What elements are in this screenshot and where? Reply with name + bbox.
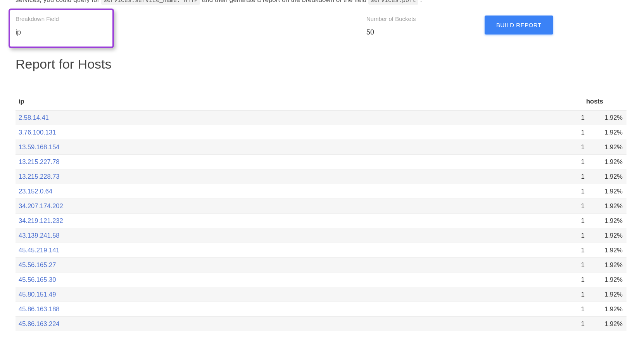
ip-link[interactable]: 45.86.163.224 (19, 320, 60, 327)
host-percent: 1.92% (588, 243, 626, 258)
ip-cell: 13.215.227.78 (16, 155, 564, 169)
host-count: 1 (564, 287, 588, 302)
breakdown-field-group: Breakdown Field (16, 16, 339, 39)
intro-text: services, you could query for services.s… (16, 0, 626, 4)
table-row: 43.139.241.5811.92% (16, 228, 626, 243)
buckets-field-group: Number of Buckets (366, 16, 438, 39)
host-percent: 1.92% (588, 110, 626, 125)
ip-cell: 45.86.163.224 (16, 317, 564, 331)
host-count: 1 (564, 273, 588, 287)
host-count: 1 (564, 140, 588, 155)
ip-cell: 34.207.174.202 (16, 199, 564, 214)
host-percent: 1.92% (588, 258, 626, 273)
host-count: 1 (564, 228, 588, 243)
ip-link[interactable]: 34.207.174.202 (19, 202, 63, 209)
ip-link[interactable]: 13.215.228.73 (19, 173, 60, 180)
ip-cell: 45.45.219.141 (16, 243, 564, 258)
ip-cell: 23.152.0.64 (16, 184, 564, 199)
table-row: 45.86.163.18811.92% (16, 302, 626, 317)
host-count: 1 (564, 155, 588, 169)
buckets-field-label: Number of Buckets (366, 16, 438, 22)
host-count: 1 (564, 199, 588, 214)
intro-mid: and then generate a report on the breakd… (202, 0, 368, 3)
host-percent: 1.92% (588, 155, 626, 169)
table-row: 34.219.121.23211.92% (16, 214, 626, 228)
ip-cell: 3.76.100.131 (16, 125, 564, 140)
ip-link[interactable]: 45.56.165.27 (19, 261, 56, 268)
ip-cell: 2.58.14.41 (16, 110, 564, 125)
table-row: 2.58.14.4111.92% (16, 110, 626, 125)
intro-code-1: services.service_name: HTTP (101, 0, 200, 5)
ip-link[interactable]: 23.152.0.64 (19, 188, 52, 195)
host-percent: 1.92% (588, 169, 626, 184)
host-percent: 1.92% (588, 302, 626, 317)
table-row: 3.76.100.13111.92% (16, 125, 626, 140)
host-percent: 1.92% (588, 199, 626, 214)
host-percent: 1.92% (588, 214, 626, 228)
host-percent: 1.92% (588, 287, 626, 302)
buckets-field-input[interactable] (366, 27, 438, 39)
intro-suffix: . (420, 0, 422, 3)
ip-cell: 13.59.168.154 (16, 140, 564, 155)
table-row: 23.152.0.6411.92% (16, 184, 626, 199)
report-title: Report for Hosts (16, 57, 626, 72)
ip-cell: 45.80.151.49 (16, 287, 564, 302)
ip-cell: 34.219.121.232 (16, 214, 564, 228)
ip-cell: 45.56.165.30 (16, 273, 564, 287)
host-percent: 1.92% (588, 317, 626, 331)
host-count: 1 (564, 184, 588, 199)
ip-cell: 13.215.228.73 (16, 169, 564, 184)
ip-cell: 45.86.163.188 (16, 302, 564, 317)
breakdown-field-input[interactable] (16, 27, 339, 39)
table-row: 45.80.151.4911.92% (16, 287, 626, 302)
table-row: 45.56.165.2711.92% (16, 258, 626, 273)
host-percent: 1.92% (588, 140, 626, 155)
separator (16, 82, 626, 82)
host-count: 1 (564, 169, 588, 184)
ip-link[interactable]: 3.76.100.131 (19, 129, 56, 136)
ip-link[interactable]: 43.139.241.58 (19, 232, 60, 239)
host-count: 1 (564, 110, 588, 125)
ip-link[interactable]: 13.59.168.154 (19, 143, 60, 150)
host-percent: 1.92% (588, 228, 626, 243)
intro-code-2: services.port (368, 0, 418, 5)
ip-link[interactable]: 13.215.227.78 (19, 158, 60, 165)
table-row: 13.215.228.7311.92% (16, 169, 626, 184)
host-count: 1 (564, 125, 588, 140)
table-row: 34.207.174.20211.92% (16, 199, 626, 214)
ip-cell: 45.56.165.27 (16, 258, 564, 273)
ip-link[interactable]: 45.56.165.30 (19, 276, 56, 283)
breakdown-field-label: Breakdown Field (16, 16, 339, 22)
host-count: 1 (564, 214, 588, 228)
table-row: 13.59.168.15411.92% (16, 140, 626, 155)
col-header-ip: ip (16, 94, 564, 110)
table-row: 45.56.165.3011.92% (16, 273, 626, 287)
host-count: 1 (564, 258, 588, 273)
ip-link[interactable]: 45.45.219.141 (19, 247, 60, 254)
ip-link[interactable]: 2.58.14.41 (19, 114, 49, 121)
ip-link[interactable]: 45.80.151.49 (19, 291, 56, 298)
host-count: 1 (564, 317, 588, 331)
host-count: 1 (564, 243, 588, 258)
build-report-button[interactable]: BUILD REPORT (485, 16, 553, 35)
host-count: 1 (564, 302, 588, 317)
table-row: 45.86.163.22411.92% (16, 317, 626, 331)
report-form: Breakdown Field Number of Buckets BUILD … (16, 16, 626, 39)
ip-link[interactable]: 45.86.163.188 (19, 305, 60, 312)
col-header-hosts: hosts (564, 94, 626, 110)
host-percent: 1.92% (588, 184, 626, 199)
report-table: ip hosts 2.58.14.4111.92%3.76.100.13111.… (16, 94, 626, 331)
host-percent: 1.92% (588, 273, 626, 287)
ip-link[interactable]: 34.219.121.232 (19, 217, 63, 224)
intro-prefix: services, you could query for (16, 0, 101, 3)
ip-cell: 43.139.241.58 (16, 228, 564, 243)
table-row: 13.215.227.7811.92% (16, 155, 626, 169)
host-percent: 1.92% (588, 125, 626, 140)
table-row: 45.45.219.14111.92% (16, 243, 626, 258)
